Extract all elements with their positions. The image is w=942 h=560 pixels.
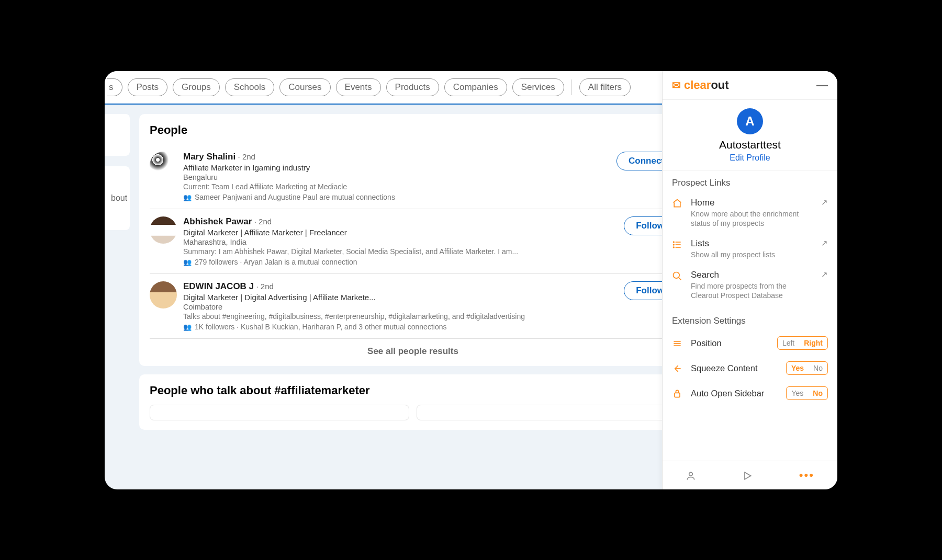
ext-link-desc: Find more prospects from the Clearout Pr…	[691, 281, 814, 300]
person-location: Coimbatore	[183, 303, 618, 311]
footer-play-icon[interactable]	[742, 468, 753, 482]
svg-rect-11	[675, 393, 680, 397]
all-filters-pill[interactable]: All filters	[579, 78, 631, 96]
ext-setting-label: Auto Open Sidebar	[691, 388, 779, 398]
toggle-auto-open-sidebar[interactable]: YesNo	[786, 386, 828, 400]
ext-link-search[interactable]: SearchFind more prospects from the Clear…	[672, 265, 828, 305]
person-degree: · 2nd	[254, 217, 272, 226]
person-row: Abhishek Pawar · 2ndDigital Marketer | A…	[150, 209, 676, 273]
filter-pill-courses[interactable]: Courses	[279, 78, 330, 96]
person-avatar[interactable]	[150, 152, 177, 179]
ext-avatar: A	[737, 108, 763, 134]
toggle-squeeze-content[interactable]: YesNo	[786, 361, 828, 375]
person-row: Mary Shalini · 2ndAffiliate Marketer in …	[150, 144, 676, 209]
people-icon	[183, 258, 192, 266]
toggle-option[interactable]: Right	[799, 337, 827, 349]
filter-pill-services[interactable]: Services	[512, 78, 564, 96]
filter-pill-schools[interactable]: Schools	[225, 78, 274, 96]
talk-about-title: People who talk about #affiliatemarketer	[150, 384, 676, 397]
toggle-option[interactable]: No	[808, 387, 827, 399]
arrow-left-icon	[672, 363, 683, 374]
person-location: Bengaluru	[183, 173, 610, 181]
person-mutual: 279 followers · Aryan Jalan is a mutual …	[183, 258, 618, 266]
footer-more-icon[interactable]: •••	[799, 468, 814, 482]
ext-username: Autostarttest	[663, 139, 837, 151]
ext-link-home[interactable]: HomeKnow more about the enrichment statu…	[672, 192, 828, 233]
svg-point-6	[674, 272, 680, 279]
ext-link-title: Home	[691, 198, 814, 208]
ext-setting-label: Squeeze Content	[691, 363, 779, 373]
filter-pill-events[interactable]: Events	[336, 78, 381, 96]
svg-point-4	[674, 244, 675, 245]
person-meta: Talks about #engineering, #digitalbusine…	[183, 312, 618, 321]
people-icon	[183, 323, 192, 331]
person-degree: · 2nd	[256, 282, 274, 291]
extension-settings-title: Extension Settings	[672, 316, 828, 326]
person-name[interactable]: Mary Shalini	[183, 152, 236, 162]
clearout-logo: ✉ clearout	[672, 78, 729, 92]
person-name[interactable]: EDWIN JACOB J	[183, 281, 254, 291]
lock-icon	[672, 388, 683, 399]
svg-line-7	[679, 278, 681, 280]
person-mutual: 1K followers · Kushal B Kuckian, Harihar…	[183, 323, 618, 331]
talk-about-card: People who talk about #affiliatemarketer	[139, 374, 687, 430]
svg-point-5	[674, 247, 675, 248]
minimize-button[interactable]: —	[816, 78, 828, 92]
person-name[interactable]: Abhishek Pawar	[183, 216, 252, 226]
divider	[571, 79, 572, 95]
toggle-option[interactable]: Yes	[787, 362, 809, 374]
see-all-people-button[interactable]: See all people results	[150, 338, 676, 357]
person-location: Maharashtra, India	[183, 238, 618, 246]
toggle-position[interactable]: LeftRight	[777, 336, 828, 350]
ext-link-title: Lists	[691, 238, 814, 249]
filter-pill-posts[interactable]: Posts	[128, 78, 168, 96]
person-row: EDWIN JACOB J · 2ndDigital Marketer | Di…	[150, 273, 676, 338]
home-icon	[672, 198, 683, 228]
person-headline: Digital Marketer | Affiliate Marketer | …	[183, 228, 618, 237]
person-meta: Summary: I am Abhishek Pawar, Digital Ma…	[183, 247, 618, 256]
ext-link-title: Search	[691, 270, 814, 280]
ext-setting-squeeze-content: Squeeze ContentYesNo	[672, 356, 828, 381]
footer-user-icon[interactable]	[686, 468, 696, 482]
people-card: People Mary Shalini · 2ndAffiliate Marke…	[139, 114, 687, 366]
toggle-option[interactable]: Yes	[787, 387, 808, 399]
list-icon	[672, 238, 683, 259]
person-avatar[interactable]	[150, 216, 177, 244]
filter-pill-cut[interactable]: s	[107, 78, 122, 96]
filter-pill-groups[interactable]: Groups	[173, 78, 220, 96]
clearout-extension-panel: ✉ clearout — A Autostarttest Edit Profil…	[662, 71, 837, 489]
person-meta: Current: Team Lead Affiliate Marketing a…	[183, 182, 610, 191]
people-icon	[183, 193, 192, 201]
ext-setting-auto-open-sidebar: Auto Open SidebarYesNo	[672, 381, 828, 406]
filter-pill-products[interactable]: Products	[386, 78, 439, 96]
toggle-option[interactable]: Left	[778, 337, 799, 349]
svg-marker-13	[745, 472, 751, 479]
prospect-links-title: Prospect Links	[672, 178, 828, 188]
ext-link-desc: Know more about the enrichment status of…	[691, 209, 814, 228]
ext-setting-position: PositionLeftRight	[672, 330, 828, 356]
ext-link-desc: Show all my prospect lists	[691, 250, 814, 259]
toggle-option[interactable]: No	[809, 362, 827, 374]
edit-profile-link[interactable]: Edit Profile	[663, 153, 837, 163]
person-mutual: Sameer Panjwani and Augustine Paul are m…	[183, 193, 610, 201]
search-icon	[672, 270, 683, 300]
external-link-icon: ↗	[821, 238, 828, 259]
person-avatar[interactable]	[150, 281, 177, 308]
ext-link-lists[interactable]: ListsShow all my prospect lists↗	[672, 233, 828, 265]
person-headline: Digital Marketer | Digital Advertising |…	[183, 293, 618, 302]
external-link-icon: ↗	[821, 270, 828, 300]
svg-point-12	[689, 472, 693, 476]
people-title: People	[150, 123, 676, 137]
person-degree: · 2nd	[238, 152, 255, 161]
svg-point-3	[674, 242, 675, 243]
external-link-icon: ↗	[821, 198, 828, 228]
filter-pill-companies[interactable]: Companies	[444, 78, 507, 96]
envelope-icon: ✉	[672, 79, 681, 92]
person-headline: Affiliate Marketer in Igaming industry	[183, 163, 610, 172]
left-stub-text: bout	[111, 173, 124, 224]
align-icon	[672, 338, 683, 349]
ext-setting-label: Position	[691, 338, 770, 348]
